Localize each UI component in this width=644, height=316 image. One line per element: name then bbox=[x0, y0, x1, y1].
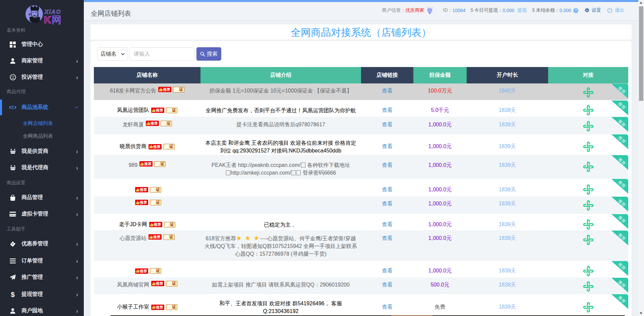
svg-text:DISC●VER: DISC●VER bbox=[10, 214, 16, 216]
